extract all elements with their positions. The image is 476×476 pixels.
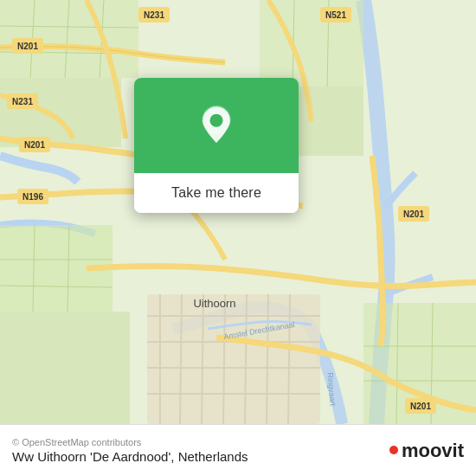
map-view[interactable]: N201 N231 N521 N201 N231 N196 N196 N201 …	[0, 0, 476, 424]
popup-header	[134, 78, 299, 173]
take-me-there-button[interactable]: Take me there	[134, 173, 299, 213]
svg-text:N201: N201	[410, 402, 431, 411]
moovit-logo-text: moovit	[402, 440, 464, 462]
svg-text:Uithoorn: Uithoorn	[193, 297, 235, 310]
svg-rect-2	[0, 78, 121, 147]
svg-text:N196: N196	[23, 192, 43, 202]
svg-text:N231: N231	[144, 10, 164, 20]
svg-text:N231: N231	[12, 97, 33, 106]
svg-text:N201: N201	[17, 42, 38, 51]
svg-point-57	[210, 114, 223, 127]
location-title: Ww Uithoorn 'De Aardnood', Netherlands	[12, 449, 248, 464]
svg-text:N201: N201	[24, 140, 45, 150]
location-popup: Take me there	[134, 78, 299, 213]
svg-rect-23	[147, 294, 320, 424]
osm-attribution: © OpenStreetMap contributors	[12, 437, 248, 447]
location-pin-icon	[195, 104, 238, 147]
moovit-dot-icon	[389, 446, 398, 454]
svg-text:N521: N521	[325, 10, 346, 20]
svg-text:N201: N201	[403, 209, 424, 219]
svg-rect-9	[0, 312, 130, 424]
location-info: © OpenStreetMap contributors Ww Uithoorn…	[12, 437, 248, 464]
bottom-bar: © OpenStreetMap contributors Ww Uithoorn…	[0, 424, 476, 476]
moovit-logo: moovit	[389, 440, 464, 462]
